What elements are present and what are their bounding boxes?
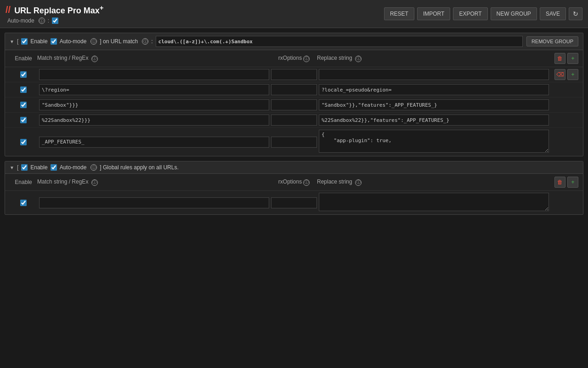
app-title: URL Replace Pro Max+ [14, 4, 104, 16]
group-2-rxoptions-info-icon[interactable]: ⓘ [303, 179, 310, 186]
group-1-replace-info-icon[interactable]: ⓘ [355, 56, 362, 62]
group-1-header-left: ▼ [ Enable Auto-mode ⓘ ] on URL match ⓘ … [10, 36, 523, 47]
row-2-rxoptions-input[interactable] [271, 84, 317, 95]
group-2-header: ▼ [ Enable Auto-mode ⓘ ] Global rules ap… [5, 161, 583, 174]
group-1-col-rxoptions: rxOptionsⓘ [271, 55, 317, 62]
group-2-header-left: ▼ [ Enable Auto-mode ⓘ ] Global rules ap… [10, 164, 578, 171]
row-2-match-input[interactable] [39, 84, 269, 95]
global-automode-checkbox[interactable] [52, 17, 58, 24]
header-left: // URL Replace Pro Max+ Auto-mode ⓘ : [6, 4, 104, 24]
row-1-enable-checkbox[interactable] [20, 71, 27, 78]
row-1-replace-input[interactable] [319, 69, 549, 80]
group-2-enable-label: Enable [30, 164, 47, 171]
toolbar: RESET IMPORT EXPORT NEW GROUP SAVE ↻ [384, 7, 582, 20]
row-3-match-cell [39, 99, 269, 110]
group-1-header-actions: 🗑 + [551, 53, 578, 64]
import-button[interactable]: IMPORT [417, 7, 450, 20]
row-1-delete-button[interactable]: ⌫ [554, 69, 565, 80]
table-row: { "app-plugin": true, [5, 128, 583, 156]
row-3-replace-cell [319, 99, 549, 110]
row-2-match-cell [39, 84, 269, 95]
row-5-match-input[interactable] [39, 137, 269, 148]
group-2-table-header: Enable Match string / RegEx ⓘ rxOptionsⓘ… [5, 174, 583, 191]
save-button[interactable]: SAVE [540, 7, 566, 20]
group-1-automode-info-icon[interactable]: ⓘ [90, 38, 97, 45]
group-1-url-match-info-icon[interactable]: ⓘ [142, 38, 148, 45]
group-2-col-rxoptions: rxOptionsⓘ [271, 178, 317, 186]
group-2-global-text: ] Global rules apply on all URLs. [100, 164, 178, 171]
group-2-enable-checkbox[interactable] [21, 164, 28, 171]
group-1-url-input[interactable] [156, 36, 523, 47]
group-1-delete-all-button[interactable]: 🗑 [554, 53, 565, 64]
row-4-rxoptions-cell [271, 115, 317, 126]
group-1-enable-label: Enable [30, 38, 47, 45]
group-2-col-match: Match string / RegEx ⓘ [37, 178, 271, 186]
reset-button[interactable]: RESET [384, 7, 414, 20]
row-4-match-input[interactable] [39, 115, 269, 126]
row-5-rxoptions-cell [271, 137, 317, 148]
group-2-header-actions: 🗑 + [551, 177, 578, 188]
group-2: ▼ [ Enable Auto-mode ⓘ ] Global rules ap… [5, 161, 583, 215]
g2-row-1-enable-cell [10, 200, 37, 206]
group-1-match-info-icon[interactable]: ⓘ [91, 56, 98, 62]
group-2-chevron[interactable]: ▼ [10, 165, 14, 170]
group-1-header: ▼ [ Enable Auto-mode ⓘ ] on URL match ⓘ … [5, 33, 583, 50]
row-1-add-button[interactable]: + [567, 69, 578, 80]
global-automode-info-icon[interactable]: ⓘ [39, 17, 45, 24]
group-1-on-url-match: ] on URL match [100, 38, 138, 45]
row-2-enable-cell [10, 86, 37, 93]
row-5-replace-textarea[interactable]: { "app-plugin": true, [319, 130, 549, 153]
group-1-chevron[interactable]: ▼ [10, 39, 14, 44]
g2-row-1-replace-cell [319, 193, 549, 213]
row-2-enable-checkbox[interactable] [20, 86, 27, 93]
group-1-enable-checkbox[interactable] [21, 38, 28, 45]
row-5-enable-checkbox[interactable] [20, 139, 27, 145]
row-1-replace-cell [319, 69, 549, 80]
group-1: ▼ [ Enable Auto-mode ⓘ ] on URL match ⓘ … [5, 33, 583, 156]
table-row [5, 98, 583, 113]
row-2-rxoptions-cell [271, 84, 317, 95]
row-3-rxoptions-cell [271, 99, 317, 110]
group-1-colon: : [151, 38, 153, 45]
row-4-enable-cell [10, 117, 37, 123]
row-1-match-input[interactable] [39, 69, 269, 80]
row-3-match-input[interactable] [39, 99, 269, 110]
app-title-row: // URL Replace Pro Max+ [6, 4, 104, 16]
group-1-col-replace: Replace string ⓘ [317, 55, 551, 62]
row-3-enable-checkbox[interactable] [20, 102, 27, 108]
group-2-replace-info-icon[interactable]: ⓘ [355, 179, 362, 186]
g2-row-1-match-input[interactable] [39, 197, 269, 208]
row-3-replace-input[interactable] [319, 99, 549, 110]
row-1-rxoptions-cell [271, 69, 317, 80]
group-2-delete-all-button[interactable]: 🗑 [554, 177, 565, 188]
row-3-rxoptions-input[interactable] [271, 99, 317, 110]
group-1-remove-button[interactable]: REMOVE GROUP [526, 36, 578, 46]
row-4-rxoptions-input[interactable] [271, 115, 317, 126]
group-1-col-match: Match string / RegEx ⓘ [37, 55, 271, 62]
refresh-button[interactable]: ↻ [569, 7, 582, 20]
new-group-button[interactable]: NEW GROUP [491, 7, 537, 20]
group-1-rxoptions-info-icon[interactable]: ⓘ [303, 56, 310, 62]
row-5-rxoptions-input[interactable] [271, 137, 317, 148]
row-2-replace-input[interactable] [319, 84, 549, 95]
group-2-add-button[interactable]: + [567, 177, 578, 188]
group-1-automode-checkbox[interactable] [51, 38, 57, 45]
table-row [5, 82, 583, 98]
g2-row-1-replace-textarea[interactable] [319, 193, 549, 211]
g2-row-1-enable-checkbox[interactable] [20, 200, 27, 206]
g2-row-1-rxoptions-input[interactable] [271, 197, 317, 208]
group-2-automode-checkbox[interactable] [51, 164, 57, 171]
group-2-col-replace: Replace string ⓘ [317, 178, 551, 186]
global-automode-row: Auto-mode ⓘ : [6, 17, 104, 24]
row-1-rxoptions-input[interactable] [271, 69, 317, 80]
row-1-match-cell [39, 69, 269, 80]
row-5-replace-cell: { "app-plugin": true, [319, 130, 549, 154]
group-2-automode-info-icon[interactable]: ⓘ [90, 164, 97, 171]
table-row [5, 113, 583, 128]
row-4-enable-checkbox[interactable] [20, 117, 27, 123]
group-2-match-info-icon[interactable]: ⓘ [91, 179, 98, 186]
export-button[interactable]: EXPORT [453, 7, 487, 20]
group-1-add-button[interactable]: + [567, 53, 578, 64]
group-2-bracket-open: [ [17, 164, 18, 171]
row-4-replace-input[interactable] [319, 115, 549, 126]
